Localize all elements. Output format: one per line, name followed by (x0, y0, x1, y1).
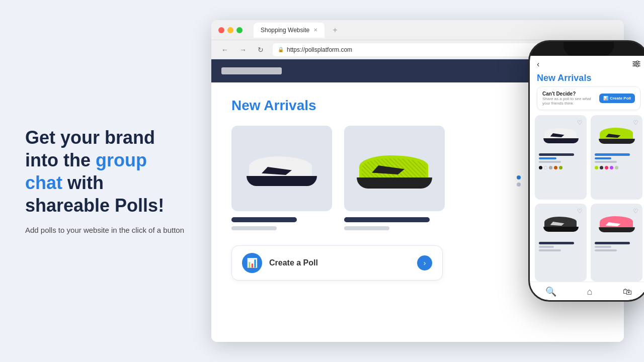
poll-banner-left: 📊 Create a Poll (242, 253, 318, 273)
phone-price-bar-2 (595, 157, 611, 159)
phone-product-card-pink[interactable]: ♡ (591, 204, 642, 282)
poll-chevron-icon[interactable]: › (417, 255, 432, 270)
phone-product-info-4 (595, 242, 638, 251)
tab-close-icon[interactable]: ✕ (313, 27, 317, 33)
url-text: https://pollsplatform.com (287, 46, 352, 53)
phone-product-info-3 (539, 242, 583, 251)
hero-section: Get your brand into the group chat with … (0, 106, 211, 256)
phone-shoe-img-green (595, 119, 638, 149)
minimize-button[interactable] (227, 27, 233, 33)
phone-product-card-white[interactable]: ♡ (535, 115, 587, 200)
reload-button[interactable]: ↻ (256, 45, 266, 55)
create-poll-icon: 📊 (603, 96, 608, 101)
phone-filter-icon[interactable] (632, 60, 640, 69)
mini-white-shoe (543, 125, 579, 143)
svg-point-5 (636, 65, 638, 67)
site-logo (221, 67, 282, 74)
back-nav-button[interactable]: ← (219, 45, 230, 55)
cant-decide-subtext: Share as a poll to see what your friends… (542, 97, 599, 106)
phone-price-bar-4 (595, 246, 611, 248)
phone-desc-bar-3 (539, 249, 561, 251)
green-sneaker-img (357, 148, 432, 189)
phone-section-title: New Arrivals (530, 73, 644, 86)
mini-black-shoe (543, 214, 579, 232)
traffic-lights (218, 27, 243, 33)
home-nav-icon[interactable]: ⌂ (587, 287, 593, 297)
phone-product-card-black[interactable]: ♡ (535, 204, 587, 282)
phone-product-info-2 (595, 153, 638, 169)
phone-desc-bar-2 (595, 161, 617, 163)
poll-banner[interactable]: 📊 Create a Poll › (231, 245, 443, 281)
browser-tab[interactable]: Shopping Website ✕ (254, 23, 325, 38)
create-poll-label: Create Poll (610, 96, 631, 101)
new-tab-icon[interactable]: + (333, 26, 337, 35)
product-image-2 (344, 126, 445, 211)
phone-screen: ‹ New Arrivals Can't Decide? (530, 56, 644, 300)
bag-nav-icon[interactable]: 🛍 (623, 287, 632, 297)
phone-title-bar-3 (539, 242, 574, 244)
scroll-dot-inactive (517, 183, 521, 187)
mini-pink-shoe (599, 213, 635, 232)
close-button[interactable] (218, 27, 224, 33)
phone-colors-2 (595, 166, 638, 169)
product-price-bar-2 (344, 226, 389, 230)
phone-bottom-nav: 🔍 ⌂ 🛍 (530, 282, 644, 300)
search-nav-icon[interactable]: 🔍 (545, 286, 556, 297)
product-card-1[interactable] (231, 126, 332, 230)
phone-top-bar: ‹ (530, 56, 644, 73)
create-poll-button[interactable]: 📊 Create Poll (599, 94, 635, 103)
phone-desc-bar-4 (595, 249, 617, 251)
scroll-dot-active (517, 175, 521, 179)
product-card-2[interactable] (344, 126, 445, 230)
mini-green-shoe (599, 125, 635, 144)
phone-back-icon[interactable]: ‹ (537, 60, 539, 69)
phone-shoe-img-black (539, 208, 583, 238)
phone-products-grid: ♡ (530, 115, 644, 282)
phone-colors-1 (539, 166, 583, 169)
phone-price-bar-1 (539, 157, 556, 159)
svg-point-3 (636, 61, 638, 63)
phone-shoe-img-pink (595, 208, 638, 238)
highlight-text: group chat (25, 150, 147, 193)
forward-nav-button[interactable]: → (237, 45, 249, 55)
product-image-1 (231, 126, 332, 211)
phone-title-bar-2 (595, 153, 630, 156)
phone-title-bar-1 (539, 153, 574, 156)
cant-decide-heading: Can't Decide? (542, 91, 599, 97)
phone-product-card-green[interactable]: ♡ (591, 115, 642, 200)
phone-notch (564, 42, 614, 56)
svg-point-4 (634, 63, 636, 65)
phone-desc-bar-1 (539, 161, 561, 163)
phone-price-bar-3 (539, 246, 554, 248)
tab-title: Shopping Website (261, 27, 309, 34)
product-title-bar-2 (344, 217, 430, 222)
product-title-bar-1 (231, 217, 297, 222)
product-price-bar-1 (231, 226, 277, 230)
hero-heading: Get your brand into the group chat with … (25, 126, 186, 217)
phone-shoe-img-white (539, 119, 583, 149)
white-sneaker-img (247, 151, 317, 186)
phone-title-bar-4 (595, 242, 630, 244)
scroll-indicator (517, 175, 521, 187)
maximize-button[interactable] (236, 27, 243, 33)
browser-titlebar: Shopping Website ✕ + (211, 20, 624, 40)
mobile-phone: ‹ New Arrivals Can't Decide? (528, 40, 644, 302)
poll-banner-label: Create a Poll (269, 258, 318, 267)
cant-decide-banner[interactable]: Can't Decide? Share as a poll to see wha… (537, 86, 640, 110)
lock-icon: 🔒 (278, 47, 284, 52)
hero-subtext: Add polls to your website in the click o… (25, 225, 186, 236)
demo-section: Shopping Website ✕ + ← → ↻ 🔒 https://pol… (211, 0, 644, 362)
phone-product-info-1 (539, 153, 583, 169)
cant-decide-text: Can't Decide? Share as a poll to see wha… (542, 91, 599, 106)
poll-chart-icon: 📊 (242, 253, 262, 273)
